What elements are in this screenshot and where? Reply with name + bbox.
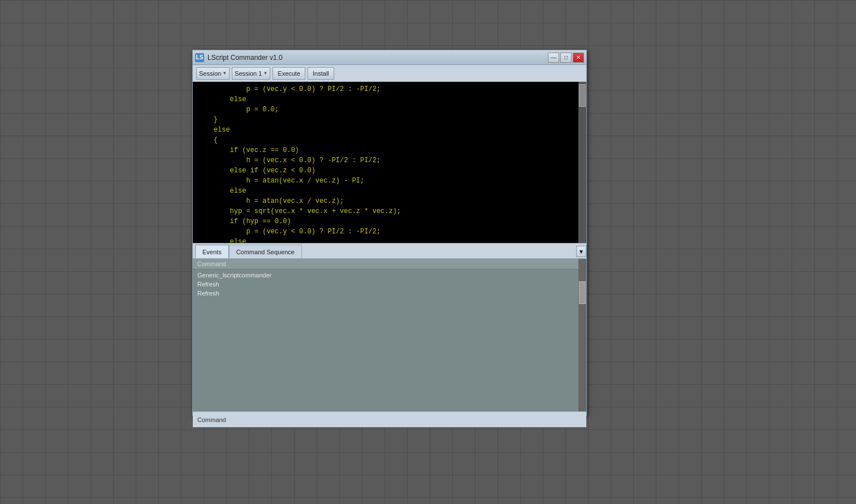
app-icon: LS [195,53,204,62]
list-item[interactable]: Refresh [193,289,586,298]
window-title: LScript Commander v1.0 [207,54,283,62]
session-dropdown[interactable]: Session ▼ [196,67,230,80]
events-list: Generic_lscriptcommander Refresh Refresh [193,270,586,299]
list-item[interactable]: Refresh [193,280,586,289]
close-button[interactable]: ✕ [573,53,584,63]
execute-button[interactable]: Execute [273,67,305,80]
events-panel: Command Generic_lscriptcommander Refresh… [193,259,586,411]
session-dropdown-arrow: ▼ [222,71,227,76]
events-scrollbar[interactable] [578,259,586,411]
toolbar: Session ▼ Session 1 ▼ Execute Install [193,65,586,82]
title-bar-left: LS LScript Commander v1.0 [195,53,283,62]
command-label: Command [197,416,226,423]
command-bar: Command [193,411,586,427]
code-scrollbar-thumb[interactable] [579,84,586,107]
events-scrollbar-thumb[interactable] [579,281,586,304]
session1-dropdown[interactable]: Session 1 ▼ [232,67,270,80]
session1-dropdown-arrow: ▼ [263,71,267,76]
tab-events[interactable]: Events [195,245,229,258]
minimize-button[interactable]: — [548,53,559,63]
code-content: p = (vec.y < 0.0) ? PI/2 : -PI/2; else p… [197,84,582,243]
install-button[interactable]: Install [308,67,334,80]
tab-scroll-button[interactable]: ▼ [576,246,586,257]
main-window: LS LScript Commander v1.0 — □ ✕ Session … [192,50,587,416]
code-editor[interactable]: p = (vec.y < 0.0) ? PI/2 : -PI/2; else p… [193,82,586,243]
maximize-button[interactable]: □ [560,53,572,63]
title-buttons: — □ ✕ [548,53,584,63]
events-header: Command [193,259,586,270]
list-item[interactable]: Generic_lscriptcommander [193,271,586,280]
code-scrollbar[interactable] [578,82,586,243]
title-bar: LS LScript Commander v1.0 — □ ✕ [193,50,586,65]
tabs-bar: Events Command Sequence ▼ [193,243,586,259]
tab-command-sequence[interactable]: Command Sequence [229,245,302,258]
